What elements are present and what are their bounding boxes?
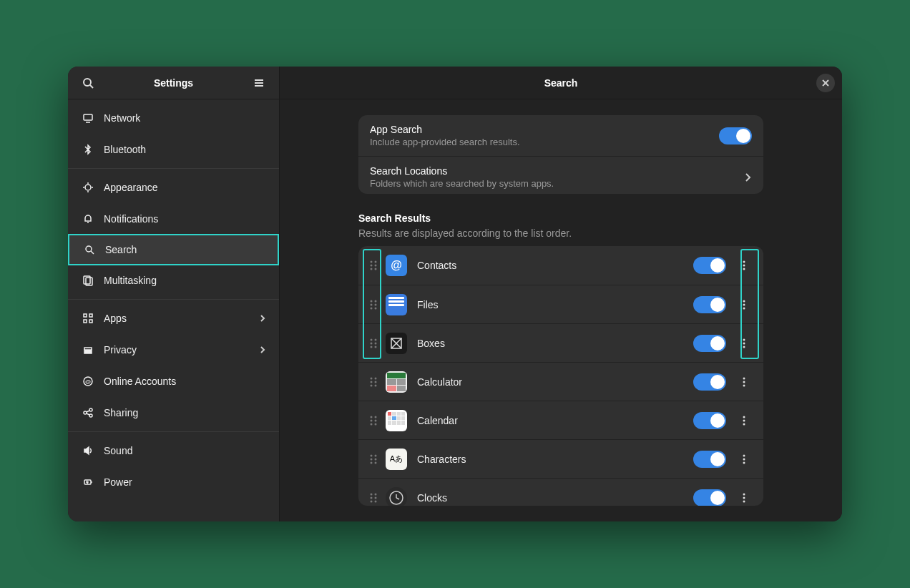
sidebar-item-label: Sharing	[104, 407, 266, 418]
svg-point-71	[371, 416, 373, 418]
svg-point-53	[375, 342, 377, 344]
more-options-button[interactable]	[732, 293, 756, 317]
svg-point-48	[743, 303, 745, 305]
characters-app-icon: Aあ	[386, 449, 407, 470]
notifications-icon	[81, 212, 95, 226]
result-row-clocks: Clocks	[358, 478, 763, 506]
svg-point-59	[743, 338, 745, 340]
svg-point-36	[371, 268, 373, 270]
privacy-icon	[81, 343, 95, 357]
svg-point-73	[371, 419, 373, 421]
sidebar-search-button[interactable]	[77, 72, 99, 94]
drag-handle-icon[interactable]	[366, 258, 381, 273]
sidebar-list: NetworkBluetoothAppearanceNotificationsS…	[68, 99, 279, 521]
sidebar-item-apps[interactable]: Apps	[68, 303, 279, 334]
close-button[interactable]	[816, 74, 835, 92]
svg-point-67	[375, 384, 377, 386]
results-subtitle: Results are displayed according to the l…	[358, 227, 763, 239]
svg-point-82	[371, 458, 373, 460]
result-row-boxes: Boxes	[358, 323, 763, 362]
sidebar-item-privacy[interactable]: Privacy	[68, 334, 279, 366]
sidebar-separator	[68, 299, 279, 300]
svg-point-87	[743, 458, 745, 460]
hamburger-icon	[253, 77, 265, 89]
svg-point-94	[375, 500, 377, 502]
result-toggle[interactable]	[693, 296, 726, 313]
more-options-button[interactable]	[732, 408, 756, 433]
svg-point-43	[371, 303, 373, 305]
svg-point-74	[375, 419, 377, 421]
drag-handle-icon[interactable]	[366, 297, 381, 313]
svg-point-85	[375, 461, 377, 464]
svg-point-62	[371, 377, 373, 379]
svg-point-34	[371, 265, 373, 267]
result-toggle[interactable]	[693, 373, 726, 391]
sidebar-item-label: Online Accounts	[104, 376, 266, 387]
svg-point-25	[89, 414, 92, 417]
boxes-app-icon	[386, 333, 407, 354]
svg-point-46	[375, 307, 377, 309]
svg-rect-18	[89, 314, 92, 317]
svg-point-0	[84, 79, 91, 86]
svg-line-26	[87, 411, 89, 412]
app-search-toggle[interactable]	[719, 127, 752, 144]
page-title: Search	[544, 77, 578, 89]
result-toggle[interactable]	[693, 335, 726, 352]
more-options-button[interactable]	[732, 370, 756, 394]
drag-handle-icon[interactable]	[366, 451, 381, 467]
result-toggle[interactable]	[693, 489, 726, 506]
search-locations-row[interactable]: Search Locations Folders which are searc…	[358, 156, 763, 194]
sidebar-item-label: Sound	[104, 445, 266, 456]
sidebar-item-sound[interactable]: Sound	[68, 435, 279, 466]
calendar-app-icon	[386, 410, 407, 431]
sidebar-header: Settings	[68, 67, 279, 99]
svg-point-24	[89, 408, 92, 411]
power-icon	[81, 475, 95, 489]
result-row-characters: AあCharacters	[358, 439, 763, 478]
svg-point-80	[371, 454, 373, 456]
more-options-button[interactable]	[732, 331, 756, 356]
svg-point-52	[371, 342, 373, 344]
hamburger-menu-button[interactable]	[248, 72, 270, 94]
result-toggle[interactable]	[693, 257, 726, 274]
drag-handle-icon[interactable]	[366, 374, 381, 390]
svg-rect-19	[84, 320, 87, 323]
result-toggle[interactable]	[693, 451, 726, 468]
sidebar-item-bluetooth[interactable]: Bluetooth	[68, 134, 279, 165]
app-search-row[interactable]: App Search Include app-provided search r…	[358, 115, 763, 156]
more-options-button[interactable]	[732, 486, 756, 506]
more-options-button[interactable]	[732, 447, 756, 471]
result-row-files: Files	[358, 285, 763, 323]
svg-rect-20	[89, 320, 92, 323]
sidebar-item-sharing[interactable]: Sharing	[68, 397, 279, 428]
result-row-calculator: Calculator	[358, 362, 763, 401]
result-label: Clocks	[417, 492, 693, 504]
search-icon	[82, 242, 97, 257]
drag-handle-icon[interactable]	[366, 490, 381, 506]
sidebar-item-online-accounts[interactable]: @Online Accounts	[68, 366, 279, 397]
sidebar-item-label: Privacy	[104, 344, 259, 356]
sidebar-item-multitasking[interactable]: Multitasking	[68, 265, 279, 296]
svg-point-86	[743, 454, 745, 456]
sidebar-item-search[interactable]: Search	[68, 234, 279, 265]
svg-point-89	[371, 493, 373, 495]
sharing-icon	[81, 406, 95, 420]
svg-point-41	[371, 300, 373, 302]
sidebar-item-label: Network	[104, 112, 266, 124]
svg-line-97	[396, 498, 399, 499]
sidebar-item-network[interactable]: Network	[68, 102, 279, 134]
result-toggle[interactable]	[693, 412, 726, 429]
sidebar-item-label: Search	[105, 244, 265, 255]
sidebar-separator	[68, 168, 279, 169]
drag-handle-icon[interactable]	[366, 335, 381, 351]
sidebar-item-power[interactable]: Power	[68, 466, 279, 498]
drag-handle-icon[interactable]	[366, 413, 381, 428]
result-label: Calculator	[417, 376, 693, 388]
sidebar-item-appearance[interactable]: Appearance	[68, 172, 279, 203]
sidebar-item-notifications[interactable]: Notifications	[68, 203, 279, 235]
results-title: Search Results	[358, 212, 763, 224]
more-options-button[interactable]	[732, 253, 756, 278]
svg-point-47	[743, 300, 745, 302]
result-label: Calendar	[417, 415, 693, 426]
search-locations-subtitle: Folders which are searched by system app…	[370, 178, 743, 189]
